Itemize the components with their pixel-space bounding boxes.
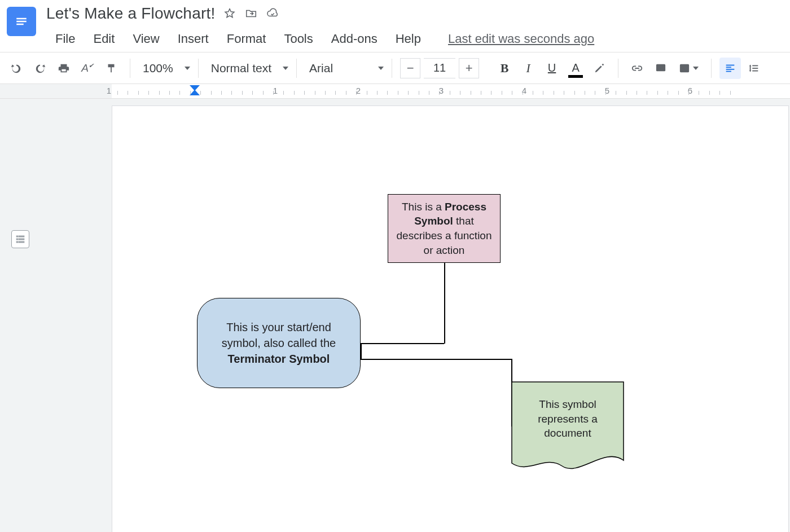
menu-edit[interactable]: Edit <box>84 28 124 52</box>
shape-text: This symbol represents a document <box>511 397 624 441</box>
svg-point-5 <box>682 66 684 68</box>
editor-canvas[interactable]: This is your start/end symbol, also call… <box>0 99 790 532</box>
zoom-value: 100% <box>138 61 178 75</box>
ruler-number: 1 <box>107 86 111 95</box>
connector-line[interactable] <box>361 343 362 359</box>
connector-line[interactable] <box>444 263 445 344</box>
print-button[interactable] <box>53 58 74 79</box>
redo-button[interactable] <box>29 58 51 79</box>
separator <box>618 59 618 78</box>
font-dropdown[interactable]: Arial <box>305 61 384 75</box>
bold-button[interactable]: B <box>494 58 515 79</box>
font-size-group: − + <box>400 58 479 78</box>
svg-rect-10 <box>752 65 758 66</box>
chevron-down-icon <box>378 67 384 70</box>
svg-rect-12 <box>752 70 758 71</box>
svg-rect-8 <box>726 68 735 69</box>
svg-rect-16 <box>19 239 24 240</box>
separator <box>296 59 297 78</box>
menu-insert[interactable]: Insert <box>169 28 218 52</box>
flowchart-document-shape[interactable]: This symbol represents a document <box>511 381 624 473</box>
highlight-color-button[interactable] <box>589 58 610 79</box>
last-edit-link[interactable]: Last edit was seconds ago <box>430 28 603 52</box>
underline-button[interactable]: U <box>541 58 563 79</box>
document-outline-button[interactable] <box>11 230 29 248</box>
svg-rect-17 <box>16 241 18 243</box>
insert-image-button[interactable] <box>674 58 703 79</box>
svg-rect-0 <box>16 18 27 20</box>
svg-rect-6 <box>726 64 735 65</box>
cloud-status-icon[interactable] <box>266 7 279 20</box>
svg-rect-14 <box>19 236 24 237</box>
zoom-dropdown[interactable]: 100% <box>138 61 190 75</box>
undo-button[interactable] <box>6 58 27 79</box>
svg-rect-15 <box>16 239 18 240</box>
chevron-down-icon <box>283 67 288 70</box>
spellcheck-button[interactable]: A✔ <box>77 58 98 79</box>
align-left-button[interactable] <box>719 58 741 79</box>
line-spacing-button[interactable] <box>743 58 765 79</box>
docs-logo-icon[interactable] <box>7 7 36 36</box>
svg-rect-7 <box>726 67 731 68</box>
paint-format-button[interactable] <box>100 58 122 79</box>
svg-rect-9 <box>726 71 731 72</box>
move-folder-icon[interactable] <box>244 7 258 20</box>
paragraph-style-value: Normal text <box>207 61 276 75</box>
text-color-button[interactable]: A <box>565 58 586 79</box>
ruler-scale: 1 1 2 3 4 5 6 <box>112 84 790 98</box>
chevron-down-icon <box>185 67 190 70</box>
flowchart-process-shape[interactable]: This is a Process Symbol that describes … <box>388 194 501 263</box>
insert-link-button[interactable] <box>626 58 648 79</box>
insert-comment-button[interactable] <box>650 58 672 79</box>
italic-button[interactable]: I <box>517 58 539 79</box>
paragraph-style-dropdown[interactable]: Normal text <box>207 61 288 75</box>
ruler-number: 1 <box>273 86 278 95</box>
menu-bar: File Edit View Insert Format Tools Add-o… <box>46 28 783 52</box>
font-size-increase-button[interactable]: + <box>459 58 479 78</box>
shape-text: This is your start/end symbol, also call… <box>209 319 349 367</box>
app-header: Let's Make a Flowchart! File Edit View I… <box>0 0 790 52</box>
document-page[interactable]: This is your start/end symbol, also call… <box>112 105 789 532</box>
toolbar: A✔ 100% Normal text Arial − + B I U A <box>0 52 790 84</box>
shape-text: This is a Process Symbol that describes … <box>395 200 493 258</box>
menu-view[interactable]: View <box>124 28 168 52</box>
connector-line[interactable] <box>361 359 511 360</box>
ruler[interactable]: 1 1 2 3 4 5 6 <box>0 84 790 99</box>
svg-rect-13 <box>16 236 18 237</box>
svg-rect-2 <box>16 24 24 25</box>
menu-help[interactable]: Help <box>387 28 430 52</box>
connector-line[interactable] <box>361 343 444 344</box>
separator <box>392 59 392 78</box>
separator <box>711 59 712 78</box>
menu-file[interactable]: File <box>46 28 84 52</box>
menu-format[interactable]: Format <box>218 28 275 52</box>
separator <box>130 59 130 78</box>
menu-tools[interactable]: Tools <box>275 28 322 52</box>
menu-addons[interactable]: Add-ons <box>322 28 387 52</box>
svg-rect-1 <box>16 21 27 23</box>
font-size-input[interactable] <box>424 58 455 78</box>
chevron-down-icon <box>693 67 699 70</box>
font-size-decrease-button[interactable]: − <box>400 58 420 78</box>
document-title[interactable]: Let's Make a Flowchart! <box>46 5 215 23</box>
indent-marker[interactable] <box>190 85 200 95</box>
svg-rect-18 <box>19 241 24 243</box>
font-value: Arial <box>305 61 337 75</box>
svg-rect-11 <box>752 68 758 69</box>
star-icon[interactable] <box>223 7 236 20</box>
separator <box>198 59 199 78</box>
flowchart-terminator-shape[interactable]: This is your start/end symbol, also call… <box>197 298 361 388</box>
